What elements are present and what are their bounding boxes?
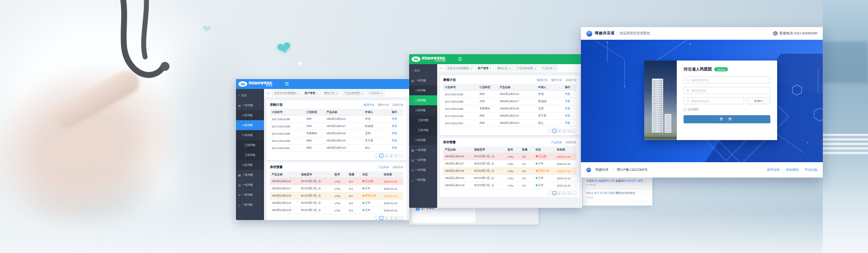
tab[interactable]: 用户管理◎: [302, 90, 320, 96]
view-link[interactable]: 查看: [565, 107, 570, 110]
sidebar-item[interactable]: ▦一级导航⌄: [236, 170, 264, 180]
page-button[interactable]: ‹: [547, 191, 552, 195]
page-button[interactable]: ›: [572, 129, 576, 133]
sidebar-item[interactable]: 二级导航⌄: [236, 160, 264, 170]
page-button[interactable]: 1: [379, 154, 383, 158]
card-link[interactable]: 预约计划: [551, 78, 562, 82]
sidebar-item[interactable]: 二级导航⌄: [409, 135, 437, 145]
password-input[interactable]: [691, 89, 768, 92]
page-button[interactable]: 2: [384, 154, 388, 158]
sidebar-item[interactable]: ⊘一级导航: [236, 190, 264, 200]
captcha-field[interactable]: [684, 97, 744, 104]
page-button[interactable]: ‹: [374, 154, 378, 158]
view-link[interactable]: 查看: [392, 146, 397, 149]
page-button[interactable]: 2: [557, 191, 561, 195]
sidebar-item[interactable]: ▤一级导航⌃: [409, 75, 437, 85]
tab[interactable]: 通知公告◎: [322, 90, 340, 96]
captcha-question[interactable]: 6+8=?: [747, 97, 770, 104]
view-link[interactable]: 查看: [565, 114, 570, 117]
view-link[interactable]: 查看: [392, 125, 397, 127]
card-link[interactable]: 领用计划: [537, 78, 547, 82]
card-link[interactable]: 高值计划: [392, 103, 403, 107]
remember-password[interactable]: 记住密码: [684, 108, 770, 112]
sidebar-item[interactable]: △一级导航: [236, 200, 264, 210]
sidebar-item[interactable]: 二级导航: [409, 85, 437, 95]
faq-link[interactable]: 常见问题: [805, 168, 817, 172]
page-button[interactable]: ‹: [547, 129, 552, 133]
card-link[interactable]: 高值库存: [566, 141, 576, 145]
collapse-tabs-icon[interactable]: «: [266, 90, 270, 96]
key-driver-link[interactable]: 密钥驱动: [786, 168, 798, 172]
sidebar-item[interactable]: ▥一级导航⌄: [409, 155, 437, 165]
view-link[interactable]: 查看: [565, 122, 570, 124]
card-link[interactable]: 产品库存: [378, 165, 389, 169]
column-header: 计划单号: [270, 109, 305, 116]
captcha-input[interactable]: [691, 99, 741, 103]
activity-link[interactable]: 5 月日常小需求: [598, 192, 615, 194]
login-button[interactable]: 登 录: [684, 115, 770, 123]
password-field[interactable]: [684, 87, 770, 94]
view-link[interactable]: 查看: [565, 100, 570, 103]
sidebar-item[interactable]: ⌂首页: [409, 66, 437, 75]
view-link[interactable]: 查看: [392, 117, 397, 120]
sidebar-item[interactable]: 三级导航: [236, 150, 264, 160]
page-button[interactable]: 3: [562, 191, 566, 195]
card-link[interactable]: 高值库存: [392, 165, 403, 169]
page-button[interactable]: 3: [389, 216, 393, 220]
tab[interactable]: 产品分类设置◎: [514, 65, 538, 71]
sidebar-item[interactable]: ⊘一级导航: [409, 165, 437, 175]
username-input[interactable]: [691, 79, 768, 82]
sidebar-item[interactable]: △一级导航: [409, 175, 437, 185]
tab[interactable]: 通知公告◎: [495, 65, 513, 71]
page-button[interactable]: 1: [552, 129, 557, 133]
card-link[interactable]: 领用计划: [363, 103, 374, 107]
sidebar-item[interactable]: ▤一级导航⌃: [236, 100, 264, 110]
card-link[interactable]: 高值计划: [566, 78, 576, 82]
page-button[interactable]: 4: [394, 216, 398, 220]
tab[interactable]: 产品出库◎: [366, 90, 384, 96]
checkbox-icon[interactable]: [684, 108, 686, 111]
sidebar-item[interactable]: 二级导航: [409, 95, 437, 105]
sidebar-item[interactable]: 二级导航: [236, 110, 264, 120]
tab[interactable]: 资质证件效期预警◎: [445, 65, 474, 71]
page-button[interactable]: 4: [567, 191, 571, 195]
view-link[interactable]: 查看: [392, 132, 397, 135]
page-button[interactable]: 2: [557, 129, 561, 133]
sidebar-item[interactable]: ▦一级导航⌄: [409, 145, 437, 155]
sidebar-item[interactable]: 二级导航⌃: [409, 105, 437, 115]
page-button[interactable]: ›: [399, 154, 403, 158]
view-link[interactable]: 查看: [392, 139, 397, 142]
partial-window-activity-feed: 朱老师 在 风暴精英小分队 新建项目 5月日常小需求5 小时前付小小 在 5 月…: [583, 177, 652, 206]
collapse-tabs-icon[interactable]: «: [439, 66, 443, 71]
username-field[interactable]: [684, 76, 770, 84]
activity-link[interactable]: 风暴精英小分队: [598, 179, 615, 182]
sidebar-item[interactable]: 二级导航: [236, 120, 264, 130]
tab[interactable]: 产品分类设置◎: [341, 90, 365, 96]
sidebar-item[interactable]: 三级导航: [409, 115, 437, 125]
page-button[interactable]: 3: [389, 154, 393, 158]
tab[interactable]: 资质证件效期预警◎: [272, 90, 301, 96]
page-button[interactable]: 1: [552, 191, 557, 195]
card-link[interactable]: 预约计划: [378, 103, 389, 107]
tab[interactable]: 产品出库◎: [539, 65, 557, 71]
card-link[interactable]: 产品库存: [551, 141, 562, 145]
help-link[interactable]: 操作说明: [767, 168, 779, 172]
page-button[interactable]: ›: [572, 191, 576, 195]
page-button[interactable]: ‹: [374, 216, 378, 220]
hamburger-icon[interactable]: ☰: [458, 57, 462, 61]
page-button[interactable]: 4: [567, 129, 571, 133]
page-button[interactable]: 2: [384, 216, 388, 220]
sidebar-item[interactable]: 三级导航: [236, 140, 264, 150]
page-button[interactable]: 3: [562, 129, 566, 133]
sidebar-item[interactable]: ⌂首页: [236, 90, 264, 100]
sidebar-item[interactable]: 二级导航⌃: [236, 130, 264, 140]
page-button[interactable]: 4: [394, 154, 398, 158]
sidebar-item[interactable]: 三级导航: [409, 125, 437, 135]
page-button[interactable]: 1: [379, 216, 383, 220]
page-button[interactable]: ›: [399, 216, 403, 220]
activity-link[interactable]: 5月日常小需求: [627, 179, 643, 182]
sidebar-item[interactable]: ▥一级导航⌄: [236, 180, 264, 190]
view-link[interactable]: 查看: [565, 93, 570, 95]
tab[interactable]: 用户管理◎: [475, 65, 493, 71]
hamburger-icon[interactable]: ☰: [285, 82, 289, 86]
